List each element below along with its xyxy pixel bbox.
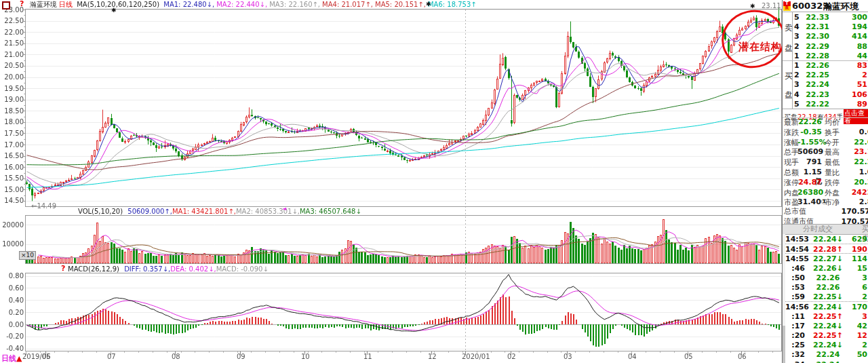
tick-time: :25 <box>785 341 805 349</box>
tick-row: 14:5522.27↓114 <box>783 253 868 263</box>
orderbook-price[interactable]: 22.33 <box>799 13 829 22</box>
volume-unit-chip[interactable]: ×10 <box>19 251 36 260</box>
stat-value: 170.57亿 <box>810 206 868 216</box>
tick-volume: 2 <box>847 292 867 301</box>
stat-value: 24229 <box>842 188 868 197</box>
tick-time: :34 <box>785 360 805 363</box>
tick-price: 22.24↓ <box>811 341 845 349</box>
tick-volume: 15 <box>847 264 867 273</box>
stat-label: 今开 <box>825 138 840 148</box>
stat-row: 涨停24.87跌停20.35 <box>783 177 868 187</box>
indicator-value: MA3: 46507.648↓ <box>300 208 361 215</box>
orderbook-row[interactable]: 322.2451 <box>783 79 868 89</box>
orderbook-row[interactable]: 422.31194 <box>783 22 868 31</box>
orderbook-price[interactable]: 22.25 <box>799 71 829 79</box>
stat-label: 最低 <box>825 157 840 168</box>
orderbook-price[interactable]: 22.23 <box>799 90 829 99</box>
stat-row: 涨跌-0.35换手0.66 <box>783 127 868 137</box>
kline-chart-canvas[interactable] <box>0 0 782 363</box>
tick-row: :5022.263 <box>783 273 868 282</box>
help-icon[interactable]: ? <box>20 0 24 7</box>
tick-volume: 170 <box>847 303 867 311</box>
orderbook-price[interactable]: 22.31 <box>799 22 829 31</box>
stat-label: 量比 <box>825 168 840 178</box>
orderbook-qty: 89 <box>833 100 867 109</box>
indicator-value: MACD: -0.090↓ <box>216 265 269 273</box>
tick-row: :1722.24↓42 <box>783 321 868 330</box>
tick-row: 14:5622.24↓170 <box>783 301 868 311</box>
indicator-value: MA4: 21.017↑, <box>322 1 373 8</box>
hint-badge-button[interactable]: 点击查看 <box>844 109 868 124</box>
window-icon[interactable] <box>2 1 10 9</box>
stat-label: 均价 <box>825 117 840 128</box>
period-switcher[interactable]: 日线▲ <box>1 354 22 363</box>
macd-help-icon[interactable]: ? <box>61 265 65 272</box>
tick-row: :5922.25↓2 <box>783 292 868 301</box>
stat-value: 26380 <box>797 188 822 197</box>
stat-label: 现手 <box>784 157 799 168</box>
volume-label-row: VOL(5,10,20) 50609.000↑,MA1: 43421.801↑,… <box>78 208 361 216</box>
stat-label: 总手 <box>784 147 799 157</box>
tick-list-header: 分时成交 买卖 <box>783 224 868 235</box>
stat-value: 1.07 <box>842 168 868 176</box>
tick-time: :50 <box>785 273 805 282</box>
stat-label: 涨停 <box>784 178 799 188</box>
vol-values: 50609.000↑,MA1: 43421.801↑,MA2: 40853.30… <box>127 208 361 215</box>
tick-time: :11 <box>785 312 805 321</box>
ma-values: MA1: 22.480↓,MA2: 22.440↓,MA3: 22.160↑,M… <box>163 1 478 8</box>
indicator-value: DIFF: 0.357↓, <box>124 265 170 273</box>
tick-time: :17 <box>785 322 805 330</box>
orderbook-row[interactable]: 222.252 <box>783 70 868 79</box>
tick-price: 22.25↓ <box>811 292 845 301</box>
orderbook-price[interactable]: 22.29 <box>799 42 829 51</box>
orderbook-price[interactable]: 22.30 <box>799 32 829 41</box>
indicator-value: MA6: 18.753↑ <box>428 1 477 8</box>
period-label[interactable]: 日线 <box>59 1 73 8</box>
tick-price: 22.24↓ <box>811 322 845 330</box>
tick-price: 22.24 <box>811 360 845 363</box>
orderbook-row[interactable]: 522.33300 <box>783 12 868 22</box>
tick-scrollbar[interactable] <box>783 234 785 363</box>
orderbook-qty: 44 <box>833 52 867 60</box>
stat-value: 31.40① <box>797 197 822 206</box>
tick-row: :5322.266 <box>783 282 868 292</box>
stat-row: 内盘26380外盘24229 <box>783 187 868 197</box>
annotation-text: 潜在结构 <box>738 41 782 54</box>
star-marker-icon: ✱ <box>111 7 117 14</box>
tick-volume: 50 <box>847 350 867 359</box>
tick-time: :59 <box>785 292 805 301</box>
stock-name-label: 瀚蓝环境 <box>30 1 57 8</box>
orderbook-row[interactable]: 122.2844 <box>783 51 868 60</box>
tick-volume: 12 <box>847 331 867 340</box>
tick-volume: 629 <box>847 235 867 244</box>
orderbook-price[interactable]: 22.28 <box>799 52 829 60</box>
divider <box>783 117 868 118</box>
tick-row: 14:5422.28↑190 <box>783 244 868 253</box>
tick-volume: 190 <box>847 245 867 254</box>
tick-volume: 3 <box>847 273 867 282</box>
orderbook-qty: 2 <box>833 71 867 79</box>
orderbook-price[interactable]: 22.22 <box>799 100 829 109</box>
stat-label: 内盘 <box>784 188 799 198</box>
divider <box>783 12 868 12</box>
stat-value: 2.88 <box>842 197 868 206</box>
orderbook-row[interactable]: 122.2683 <box>783 60 868 70</box>
orderbook-price[interactable]: 22.26 <box>799 61 829 70</box>
indicator-value: MA2: 22.440↓, <box>216 1 267 8</box>
indicator-value: MA1: 43421.801↑, <box>172 208 236 215</box>
orderbook-row[interactable]: 222.2988 <box>783 41 868 51</box>
orderbook-row[interactable]: 422.23106 <box>783 90 868 99</box>
tick-row: :3222.2450 <box>783 349 868 359</box>
orderbook-row[interactable]: 322.30414 <box>783 31 868 41</box>
orderbook-price[interactable]: 22.24 <box>799 80 829 89</box>
orderbook-qty: 414 <box>833 32 867 41</box>
tick-row: :4622.26↓15 <box>783 263 868 273</box>
stat-value: 22.26 <box>797 117 822 126</box>
tick-scrollbar-thumb[interactable] <box>783 326 785 363</box>
tick-time: 14:54 <box>785 245 805 254</box>
orderbook-qty: 300 <box>833 13 867 22</box>
tick-time: :46 <box>785 264 805 273</box>
tick-volume: 6 <box>847 283 867 292</box>
tick-time: :32 <box>785 350 805 359</box>
orderbook-row[interactable]: 522.2289 <box>783 99 868 109</box>
